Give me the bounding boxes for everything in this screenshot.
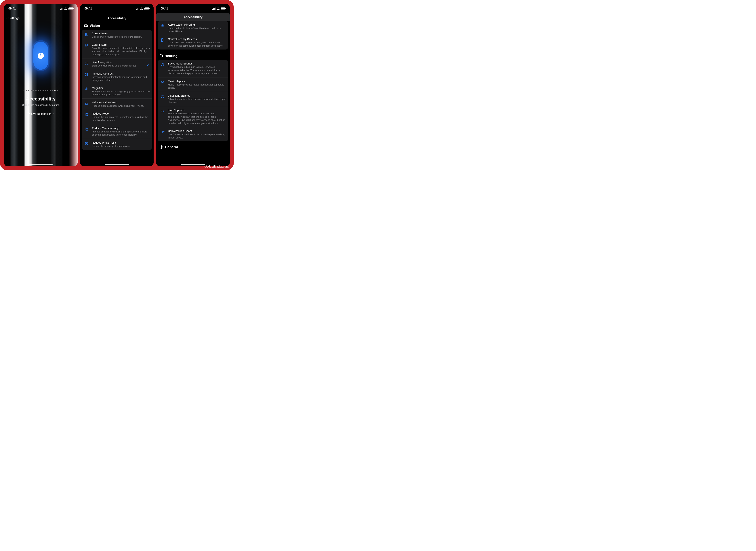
hearing-row-music-haptics[interactable]: Music HapticsMusic Haptics provides hapt… <box>158 77 228 92</box>
row-title: Live Captions <box>168 108 226 112</box>
row-subtitle: Reduce the motion of the user interface,… <box>92 115 150 122</box>
page-dot[interactable] <box>31 90 32 91</box>
row-subtitle: Control Nearby Devices allows you to use… <box>168 41 226 47</box>
svg-point-33 <box>162 82 163 83</box>
scroll-area[interactable]: Vision Classic InvertClassic Invert reve… <box>80 23 154 166</box>
hearing-row-conversation-boost[interactable]: Conversation BoostUse Conversation Boost… <box>158 127 228 141</box>
music-icon <box>160 62 165 75</box>
svg-point-37 <box>162 131 163 132</box>
row-subtitle: Use Conversation Boost to focus on the p… <box>168 133 226 139</box>
vision-row-live-recognition[interactable]: Live RecognitionStart Detection Mode on … <box>82 58 152 70</box>
wifi-icon <box>64 7 67 10</box>
page-dot[interactable] <box>45 90 46 91</box>
page-dot[interactable] <box>38 90 39 91</box>
home-indicator[interactable] <box>105 164 129 165</box>
vision-row-vehicle-motion-cues[interactable]: Vehicle Motion CuesReduce motion sicknes… <box>82 98 152 110</box>
section-header-vision: Vision <box>82 23 152 30</box>
svg-line-25 <box>87 144 88 145</box>
vision-row-color-filters[interactable]: Color FiltersColor filters can be used t… <box>82 41 152 58</box>
svg-rect-34 <box>161 97 162 98</box>
vision-row-increase-contrast[interactable]: Increase ContrastIncrease color contrast… <box>82 70 152 84</box>
checkmark-icon: ✓ <box>147 61 150 67</box>
home-indicator[interactable] <box>181 164 205 165</box>
page-dot[interactable] <box>50 90 51 91</box>
status-bar: 09:41 <box>156 4 230 13</box>
page-dot[interactable] <box>47 90 48 91</box>
nav-title: Accessibility <box>156 13 230 21</box>
svg-line-26 <box>87 142 88 143</box>
status-time: 09:41 <box>161 7 168 10</box>
scroll-area[interactable]: Apple Watch MirroringShare and control y… <box>156 21 230 166</box>
page-dot[interactable] <box>24 90 25 91</box>
vision-row-reduce-transparency[interactable]: Reduce TransparencyImprove contrast by r… <box>82 124 152 139</box>
row-subtitle: Increase color contrast between app fore… <box>92 75 150 82</box>
captions-icon <box>160 108 165 125</box>
row-subtitle: Turn your iPhone into a magnifying glass… <box>92 90 150 96</box>
row-subtitle: Plays background sounds to mask unwanted… <box>168 65 226 75</box>
status-time: 09:41 <box>85 7 92 10</box>
nearby-icon <box>160 37 165 47</box>
cellular-icon <box>136 7 139 10</box>
svg-rect-30 <box>162 39 163 42</box>
page-dot[interactable] <box>43 90 44 91</box>
page-dot[interactable] <box>52 90 53 91</box>
magnifier-icon <box>84 86 89 96</box>
page-dot[interactable] <box>40 90 41 91</box>
wifi-icon <box>140 7 143 10</box>
watermark: GadgetHacks.com <box>205 165 229 168</box>
vision-row-magnifier[interactable]: MagnifierTurn your iPhone into a magnify… <box>82 84 152 98</box>
page-dot[interactable] <box>26 90 27 91</box>
vision-row-reduce-motion[interactable]: Reduce MotionReduce the motion of the us… <box>82 110 152 124</box>
row-title: Reduce Transparency <box>92 127 150 130</box>
page-dots[interactable] <box>24 90 58 91</box>
row-title: Color Filters <box>92 43 150 46</box>
haptics-icon <box>160 80 165 89</box>
transparency-icon <box>84 127 89 136</box>
vision-row-classic-invert[interactable]: Classic InvertClassic Invert reverses th… <box>82 30 152 41</box>
wifi-icon <box>217 7 219 10</box>
feature-chooser[interactable]: Live Recognition ⇳ <box>27 112 55 115</box>
chooser-label: Live Recognition <box>31 112 51 115</box>
cellular-icon <box>212 7 215 10</box>
row-title: Apple Watch Mirroring <box>168 23 226 26</box>
eye-icon <box>84 24 88 27</box>
svg-point-15 <box>86 113 88 116</box>
row-title: Vehicle Motion Cues <box>92 101 150 104</box>
page-dot[interactable] <box>35 90 37 91</box>
hearing-row-live-captions[interactable]: Live CaptionsYour iPhone will use on dev… <box>158 106 228 127</box>
accessibility-icon <box>38 53 44 59</box>
page-dot[interactable] <box>54 90 56 91</box>
row-subtitle: Music Haptics provides haptic feedback f… <box>168 83 226 89</box>
row-subtitle: Color filters can be used to differentia… <box>92 47 150 56</box>
physical-row-apple-watch-mirroring[interactable]: Apple Watch MirroringShare and control y… <box>158 21 228 35</box>
vision-row-reduce-white-point[interactable]: Reduce White PointReduce the intensity o… <box>82 139 152 150</box>
svg-line-27 <box>85 144 86 145</box>
back-button[interactable]: ‹ Settings <box>4 13 78 22</box>
row-title: Live Recognition <box>92 61 144 64</box>
svg-rect-1 <box>85 33 86 36</box>
venn-icon <box>84 43 89 56</box>
half-circle-icon <box>84 32 89 39</box>
row-title: Conversation Boost <box>168 129 226 132</box>
svg-line-24 <box>85 142 86 143</box>
row-subtitle: Share and control your Apple Watch scree… <box>168 26 226 33</box>
home-indicator[interactable] <box>29 164 53 165</box>
cellular-icon <box>60 7 63 10</box>
status-time: 09:41 <box>8 7 16 10</box>
row-subtitle: Reduce motion sickness while using your … <box>92 104 150 108</box>
hero-subtitle: Quickly use an accessibility feature. <box>22 104 60 106</box>
row-title: Left/Right Balance <box>168 94 226 97</box>
hearing-row-background-sounds[interactable]: Background SoundsPlays background sounds… <box>158 60 228 77</box>
hearing-row-left-right-balance[interactable]: Left/Right BalanceAdjust the audio volum… <box>158 92 228 106</box>
page-dot[interactable] <box>33 90 34 91</box>
row-title: Magnifier <box>92 86 150 89</box>
physical-row-control-nearby-devices[interactable]: Control Nearby DevicesControl Nearby Dev… <box>158 35 228 49</box>
nav-title: Accessibility <box>80 13 154 23</box>
row-subtitle: Start Detection Mode on the Magnifier ap… <box>92 64 144 67</box>
motion-icon <box>84 112 89 122</box>
brackets-icon <box>84 61 89 67</box>
svg-point-13 <box>86 102 87 102</box>
page-dot[interactable] <box>28 90 29 91</box>
svg-rect-35 <box>163 97 164 98</box>
page-dot[interactable] <box>57 90 58 91</box>
